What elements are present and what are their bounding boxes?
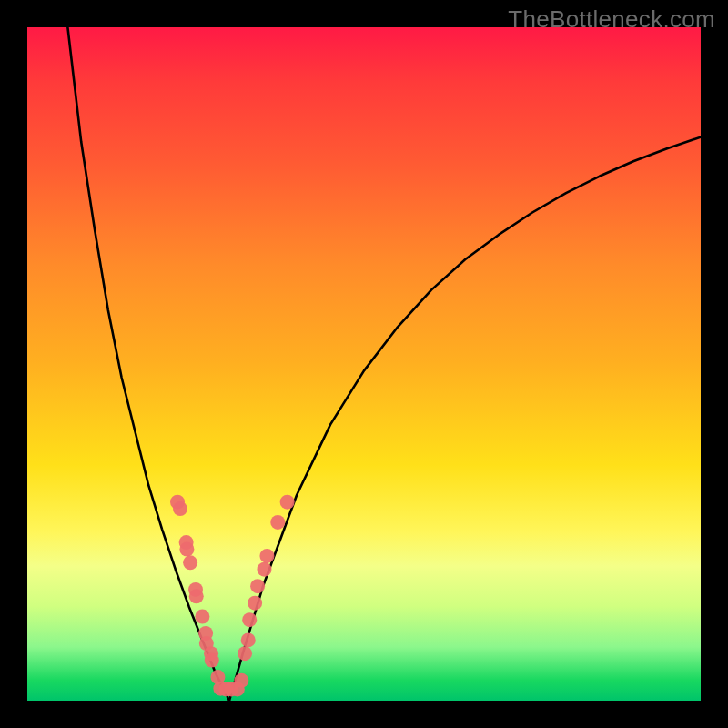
- plot-gradient: [27, 27, 701, 701]
- watermark: TheBottleneck.com: [508, 5, 715, 34]
- chart-stage: TheBottleneck.com: [0, 0, 728, 728]
